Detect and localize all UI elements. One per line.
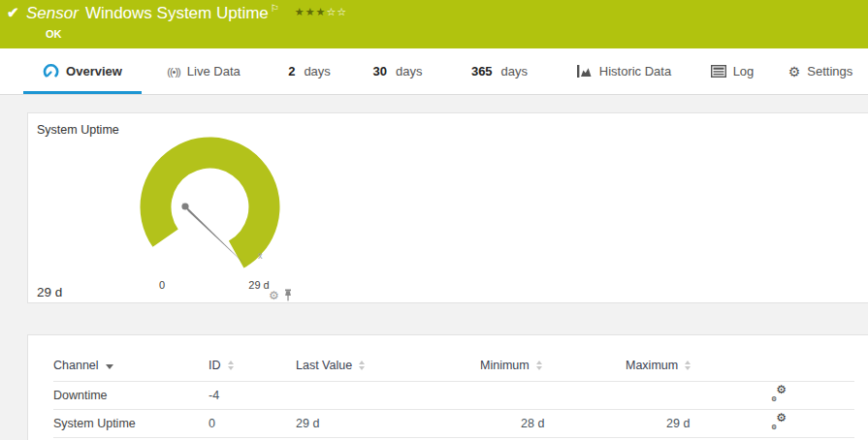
tab-bar: Overview ((•)) Live Data 2 days 30 days … xyxy=(0,48,868,95)
tab-settings-label: Settings xyxy=(807,64,852,79)
page-background: System Uptime x̄ 0 29 d 29 d ⚙ xyxy=(0,95,868,440)
column-header-actions xyxy=(771,351,854,381)
flag-icon[interactable]: ⚐ xyxy=(271,3,279,14)
tab-historic-data[interactable]: Historic Data xyxy=(557,48,691,94)
gauge-icon xyxy=(43,64,59,79)
gauge-current-value: 29 d xyxy=(37,285,62,299)
tab-365-days-number: 365 xyxy=(471,64,493,79)
column-header-last-value[interactable]: Last Value xyxy=(296,351,480,381)
channel-name[interactable]: System Uptime xyxy=(53,409,209,437)
sensor-title: Sensor Windows System Uptime ⚐ ★★★☆☆ xyxy=(26,4,347,23)
tab-overview-label: Overview xyxy=(66,64,122,79)
gauge-settings-gear-icon[interactable]: ⚙ xyxy=(269,290,279,301)
gauge-toolbar: ⚙ xyxy=(269,289,293,301)
gauge-min-label: 0 xyxy=(152,279,172,291)
column-header-id[interactable]: ID xyxy=(209,351,296,381)
gear-icon: ⚙ xyxy=(788,65,801,79)
tab-365-days-label: days xyxy=(501,64,528,79)
star-icon[interactable]: ★ xyxy=(295,6,305,17)
gauge-average-marker: x̄ xyxy=(258,251,263,261)
gauge-needle xyxy=(182,203,247,267)
channel-last-value xyxy=(296,381,480,409)
channel-id: 0 xyxy=(209,409,296,437)
tab-log[interactable]: Log xyxy=(691,48,774,94)
star-icon[interactable]: ☆ xyxy=(337,6,347,17)
table-header-row: Channel ID Last Value Minimum Maximum xyxy=(53,351,854,381)
column-header-minimum[interactable]: Minimum xyxy=(480,351,626,381)
channel-maximum: 29 d xyxy=(626,409,771,437)
tab-live-data-label: Live Data xyxy=(187,64,241,79)
column-header-channel[interactable]: Channel xyxy=(53,351,209,381)
tab-settings[interactable]: ⚙ Settings xyxy=(774,48,867,94)
table-row-system-uptime: System Uptime 0 29 d 28 d 29 d ⚙ ⚙ xyxy=(53,409,854,437)
status-badge: OK xyxy=(46,28,62,40)
sensor-name: Windows System Uptime xyxy=(85,4,269,23)
pin-icon[interactable] xyxy=(283,289,293,301)
channel-last-value: 29 d xyxy=(296,409,480,437)
status-ok-check-icon: ✔ xyxy=(7,4,19,21)
tab-2-days-number: 2 xyxy=(288,64,295,79)
channel-minimum: 28 d xyxy=(480,409,626,437)
tab-365-days[interactable]: 365 days xyxy=(442,48,557,94)
tab-30-days[interactable]: 30 days xyxy=(353,48,442,94)
sort-icon xyxy=(685,361,691,370)
tab-30-days-label: days xyxy=(396,64,422,79)
channel-settings-gears-icon[interactable]: ⚙ ⚙ xyxy=(771,387,787,400)
table-row-downtime: Downtime -4 ⚙ ⚙ xyxy=(53,381,854,409)
channels-table: Channel ID Last Value Minimum Maximum xyxy=(53,351,854,438)
area-chart-icon xyxy=(576,64,593,79)
column-header-maximum[interactable]: Maximum xyxy=(626,351,771,381)
channel-minimum xyxy=(480,381,626,409)
star-icon[interactable]: ★ xyxy=(305,6,316,17)
tab-2-days[interactable]: 2 days xyxy=(266,48,353,94)
gauge-panel-title: System Uptime xyxy=(37,123,119,137)
log-list-icon xyxy=(711,65,726,78)
tab-historic-data-label: Historic Data xyxy=(599,64,671,79)
gauge-arc xyxy=(140,138,279,268)
star-icon[interactable]: ★ xyxy=(316,6,327,17)
live-data-icon: ((•)) xyxy=(167,66,180,78)
sort-desc-icon xyxy=(106,364,113,369)
tab-2-days-label: days xyxy=(304,64,330,79)
sort-icon xyxy=(536,361,542,370)
star-icon[interactable]: ☆ xyxy=(326,6,337,17)
tab-live-data[interactable]: ((•)) Live Data xyxy=(142,48,266,94)
channel-maximum xyxy=(626,381,771,409)
uptime-gauge xyxy=(130,127,295,292)
sensor-header-bar: ✔ Sensor Windows System Uptime ⚐ ★★★☆☆ O… xyxy=(0,0,868,48)
sort-icon xyxy=(359,361,365,370)
tab-30-days-number: 30 xyxy=(373,64,387,79)
sort-icon xyxy=(228,361,234,370)
channel-settings-gears-icon[interactable]: ⚙ ⚙ xyxy=(771,415,787,428)
priority-stars[interactable]: ★★★☆☆ xyxy=(295,6,347,18)
tab-overview[interactable]: Overview xyxy=(23,48,142,94)
channel-name[interactable]: Downtime xyxy=(53,381,209,409)
gauge-panel: System Uptime x̄ 0 29 d 29 d ⚙ xyxy=(27,112,868,303)
tab-log-label: Log xyxy=(733,64,755,79)
object-kind-label: Sensor xyxy=(26,4,79,23)
channel-id: -4 xyxy=(209,381,296,409)
channels-panel: Channel ID Last Value Minimum Maximum xyxy=(27,334,868,440)
